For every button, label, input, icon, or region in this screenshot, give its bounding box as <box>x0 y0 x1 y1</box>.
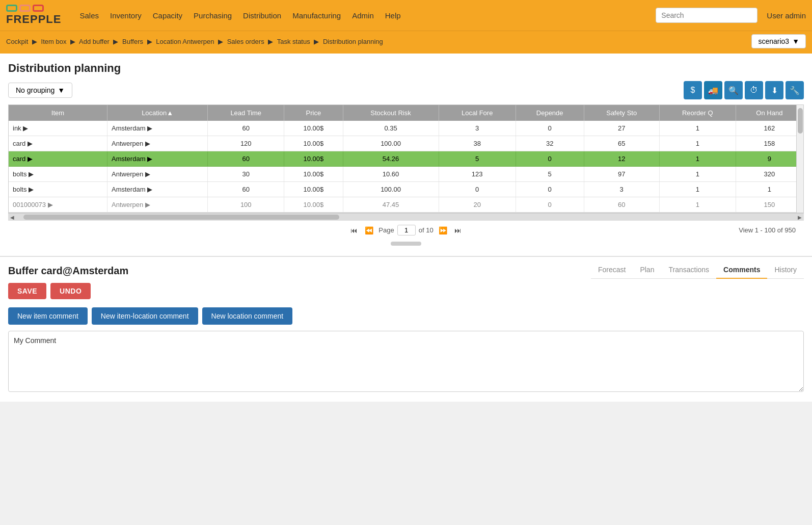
breadcrumb-buffers[interactable]: Buffers <box>122 38 143 45</box>
tab-forecast[interactable]: Forecast <box>591 261 633 279</box>
cell-row0-col6: 0 <box>516 121 584 136</box>
table-row[interactable]: bolts ▶Antwerpen ▶3010.00$10.60123597132… <box>9 167 803 182</box>
cell-row5-col2: 100 <box>208 197 284 213</box>
tab-comments[interactable]: Comments <box>716 261 767 279</box>
cell-row0-col8: 1 <box>659 121 736 136</box>
new-location-comment-button[interactable]: New location comment <box>202 307 293 325</box>
grouping-button[interactable]: No grouping ▼ <box>8 83 72 98</box>
toolbar-dollar-icon[interactable]: $ <box>684 81 702 99</box>
cell-row5-col4: 47.45 <box>343 197 439 213</box>
user-admin[interactable]: User admin <box>767 11 806 20</box>
cell-row4-col1: Amsterdam ▶ <box>107 182 208 197</box>
page-next-button[interactable]: ⏩ <box>437 225 449 235</box>
nav-help[interactable]: Help <box>380 8 406 23</box>
nav-sales[interactable]: Sales <box>74 8 104 23</box>
col-item: Item <box>9 105 107 121</box>
toolbar-truck-icon[interactable]: 🚚 <box>704 81 722 99</box>
nav-capacity[interactable]: Capacity <box>148 8 187 23</box>
breadcrumb-distribution-planning[interactable]: Distribution planning <box>323 38 383 45</box>
breadcrumb-location-antwerpen[interactable]: Location Antwerpen <box>156 38 214 45</box>
action-buttons: SAVE UNDO <box>8 283 91 299</box>
cell-row4-col5: 0 <box>439 182 516 197</box>
col-reorder-q: Reorder Q <box>659 105 736 121</box>
table-row[interactable]: 001000073 ▶Antwerpen ▶10010.00$47.452006… <box>9 197 803 213</box>
data-table-container: Item Location▲ Lead Time Price Stockout … <box>8 104 804 213</box>
cell-row3-col8: 1 <box>659 167 736 182</box>
nav-admin[interactable]: Admin <box>347 8 379 23</box>
cell-row2-col5: 5 <box>439 151 516 167</box>
page-label: Page <box>378 226 394 234</box>
tab-plan[interactable]: Plan <box>633 261 661 279</box>
save-button[interactable]: SAVE <box>8 283 46 299</box>
logo-shape-green <box>6 5 17 12</box>
cell-row1-col5: 38 <box>439 136 516 151</box>
scroll-thumb-horizontal <box>23 215 339 220</box>
resize-handle[interactable] <box>391 242 421 246</box>
breadcrumb-task-status[interactable]: Task status <box>277 38 310 45</box>
page-of-total: of 10 <box>419 226 434 234</box>
breadcrumb-add-buffer[interactable]: Add buffer <box>79 38 110 45</box>
page-last-button[interactable]: ⏭ <box>452 225 464 235</box>
cell-row3-col0: bolts ▶ <box>9 167 107 182</box>
comment-textarea[interactable]: My Comment <box>8 331 804 392</box>
scenario-button[interactable]: scenario3 ▼ <box>751 34 806 48</box>
undo-button[interactable]: UNDO <box>50 283 91 299</box>
cell-row3-col9: 320 <box>736 167 803 182</box>
col-lead-time: Lead Time <box>208 105 284 121</box>
cell-row1-col0: card ▶ <box>9 136 107 151</box>
toolbar-clock-icon[interactable]: ⏱ <box>745 81 763 99</box>
new-item-comment-button[interactable]: New item comment <box>8 307 88 325</box>
table-row[interactable]: ink ▶Amsterdam ▶6010.00$0.3530271162 <box>9 121 803 136</box>
horizontal-scrollbar[interactable]: ◀ ▶ <box>8 213 804 220</box>
vertical-scrollbar[interactable] <box>796 105 803 213</box>
scroll-left-arrow[interactable]: ◀ <box>8 214 16 220</box>
cell-row0-col0: ink ▶ <box>9 121 107 136</box>
col-stockout-risk: Stockout Risk <box>343 105 439 121</box>
page-prev-button[interactable]: ⏪ <box>363 225 375 235</box>
new-item-location-comment-button[interactable]: New item-location comment <box>92 307 198 325</box>
nav-menu: Sales Inventory Capacity Purchasing Dist… <box>74 8 646 23</box>
cell-row0-col2: 60 <box>208 121 284 136</box>
nav-manufacturing[interactable]: Manufacturing <box>287 8 346 23</box>
cell-row2-col6: 0 <box>516 151 584 167</box>
tab-history[interactable]: History <box>767 261 804 279</box>
cell-row5-col0: 001000073 ▶ <box>9 197 107 213</box>
cell-row1-col1: Antwerpen ▶ <box>107 136 208 151</box>
cell-row5-col3: 10.00$ <box>284 197 343 213</box>
page-first-button[interactable]: ⏮ <box>348 225 360 235</box>
nav-purchasing[interactable]: Purchasing <box>188 8 237 23</box>
tab-transactions[interactable]: Transactions <box>661 261 716 279</box>
cell-row0-col9: 162 <box>736 121 803 136</box>
breadcrumb-bar: Cockpit ▶ Item box ▶ Add buffer ▶ Buffer… <box>0 31 812 54</box>
cell-row4-col6: 0 <box>516 182 584 197</box>
cell-row5-col7: 60 <box>584 197 659 213</box>
toolbar-download-icon[interactable]: ⬇ <box>765 81 783 99</box>
scroll-thumb-vertical <box>798 108 803 134</box>
cell-row4-col9: 1 <box>736 182 803 197</box>
cell-row4-col0: bolts ▶ <box>9 182 107 197</box>
table-row[interactable]: bolts ▶Amsterdam ▶6010.00$100.0000311 <box>9 182 803 197</box>
nav-inventory[interactable]: Inventory <box>105 8 147 23</box>
search-input[interactable] <box>656 8 757 23</box>
toolbar-settings-icon[interactable]: 🔧 <box>786 81 804 99</box>
cell-row2-col3: 10.00$ <box>284 151 343 167</box>
page-number-input[interactable] <box>397 225 416 235</box>
cell-row0-col7: 27 <box>584 121 659 136</box>
nav-distribution[interactable]: Distribution <box>238 8 286 23</box>
table-row[interactable]: card ▶Antwerpen ▶12010.00$100.0038326511… <box>9 136 803 151</box>
cell-row1-col7: 65 <box>584 136 659 151</box>
cell-row1-col8: 1 <box>659 136 736 151</box>
cell-row5-col6: 0 <box>516 197 584 213</box>
cell-row0-col4: 0.35 <box>343 121 439 136</box>
col-safety-sto: Safety Sto <box>584 105 659 121</box>
breadcrumb-cockpit[interactable]: Cockpit <box>6 38 28 45</box>
breadcrumb-sales-orders[interactable]: Sales orders <box>227 38 264 45</box>
toolbar-search-icon[interactable]: 🔍 <box>724 81 743 99</box>
table-row[interactable]: card ▶Amsterdam ▶6010.00$54.26501219 <box>9 151 803 167</box>
breadcrumb-item-box[interactable]: Item box <box>41 38 67 45</box>
cell-row5-col5: 20 <box>439 197 516 213</box>
page-title: Distribution planning <box>8 62 804 75</box>
toolbar: No grouping ▼ $ 🚚 🔍 ⏱ ⬇ 🔧 <box>8 81 804 99</box>
scroll-right-arrow[interactable]: ▶ <box>796 214 804 220</box>
cell-row1-col4: 100.00 <box>343 136 439 151</box>
